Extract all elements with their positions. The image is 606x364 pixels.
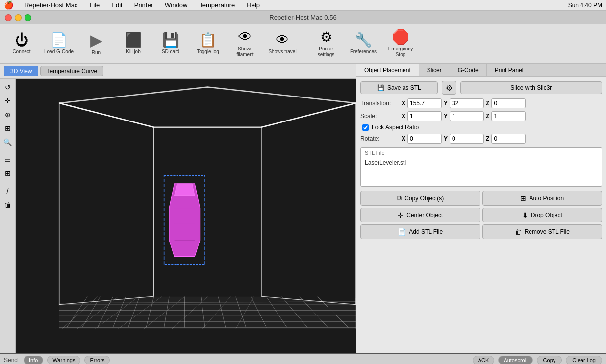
send-label: Send xyxy=(4,357,18,364)
add-file-icon: 📄 xyxy=(398,228,406,236)
drop-icon: ⬇ xyxy=(522,211,528,219)
add-stl-button[interactable]: 📄 Add STL File xyxy=(360,224,480,239)
copy-objects-label: Copy Object(s) xyxy=(404,195,444,202)
frame-tool[interactable]: ▭ xyxy=(1,153,14,166)
stl-file-value: LaserLeveler.stl xyxy=(365,159,598,166)
preferences-button[interactable]: 🔧 Preferences xyxy=(346,26,381,62)
delete-tool[interactable]: 🗑 xyxy=(1,198,14,211)
tab-g-code[interactable]: G-Code xyxy=(450,64,487,76)
log-icon: 📋 xyxy=(200,33,217,47)
run-button[interactable]: ▶ Run xyxy=(78,26,114,62)
printer-settings-label: Printer settings xyxy=(310,46,342,58)
menu-edit[interactable]: Edit xyxy=(108,1,125,9)
log-tab-errors[interactable]: Errors xyxy=(84,356,110,364)
rotate-z-label: Z xyxy=(486,135,489,142)
log-tab-warnings[interactable]: Warnings xyxy=(47,356,80,364)
stop-icon: ⬛ xyxy=(125,33,142,47)
tab-temperature-curve[interactable]: Temperature Curve xyxy=(40,66,103,76)
translation-x-input[interactable] xyxy=(407,98,442,108)
scale-z-input[interactable] xyxy=(491,111,526,121)
printer-settings-button[interactable]: ⚙ Printer settings xyxy=(308,26,344,62)
slice-button[interactable]: Slice with Slic3r xyxy=(460,81,602,94)
maximize-button[interactable] xyxy=(25,14,31,21)
auto-position-button[interactable]: ⊞ Auto Position xyxy=(482,191,603,206)
log-tab-info[interactable]: Info xyxy=(24,356,43,364)
toolbar-separator xyxy=(304,29,304,59)
translation-row: Translation: X Y Z xyxy=(360,98,602,108)
connect-button[interactable]: ⏻ Connect xyxy=(4,26,39,62)
save-stl-button[interactable]: 💾 Save as STL xyxy=(360,81,438,94)
lock-aspect-label: Lock Aspect Ratio xyxy=(372,124,419,131)
rotate-fields: X Y Z xyxy=(402,134,602,144)
shows-filament-button[interactable]: 👁 Shows filament xyxy=(227,26,263,62)
load-gcode-label: Load G-Code xyxy=(44,49,74,55)
shows-travel-button[interactable]: 👁 Shows travel xyxy=(265,26,300,62)
stl-file-header: STL File xyxy=(365,150,598,157)
tab-slicer[interactable]: Slicer xyxy=(419,64,450,76)
menu-file[interactable]: File xyxy=(86,1,102,9)
scale-x-input[interactable] xyxy=(407,111,442,121)
menu-temperature[interactable]: Temperature xyxy=(196,1,238,9)
move-all-tool[interactable]: ✛ xyxy=(1,95,14,107)
sd-card-icon: 💾 xyxy=(162,33,179,47)
play-icon: ▶ xyxy=(90,32,102,48)
copy-log-button[interactable]: Copy xyxy=(537,356,562,364)
copy-objects-button[interactable]: ⧉ Copy Object(s) xyxy=(360,191,480,206)
scale-x-label: X xyxy=(402,113,405,120)
scale-row: Scale: X Y Z xyxy=(360,111,602,121)
eye-icon: 👁 xyxy=(238,30,252,44)
power-icon: ⏻ xyxy=(15,33,28,47)
transform-tool[interactable]: ⊞ xyxy=(1,122,14,135)
drop-object-button[interactable]: ⬇ Drop Object xyxy=(482,208,603,222)
viewport-area: ↺ ✛ ⊕ ⊞ 🔍 ▭ ⊞ / 🗑 xyxy=(0,79,356,353)
auto-position-label: Auto Position xyxy=(529,195,564,202)
window-controls xyxy=(5,14,31,21)
tab-3d-view[interactable]: 3D View xyxy=(4,66,38,76)
toggle-log-button[interactable]: 📋 Toggle log xyxy=(190,26,226,62)
close-button[interactable] xyxy=(5,14,12,21)
z-axis-label: Z xyxy=(486,100,489,107)
center-object-button[interactable]: ✛ Center Object xyxy=(360,208,480,222)
autoscroll-button[interactable]: Autoscroll xyxy=(498,356,532,364)
menu-help[interactable]: Help xyxy=(244,1,263,9)
toggle-log-label: Toggle log xyxy=(197,49,219,55)
rotate-y-label: Y xyxy=(444,135,448,142)
lock-aspect-row: Lock Aspect Ratio xyxy=(360,124,602,131)
apple-menu[interactable]: 🍎 xyxy=(4,0,14,10)
menu-printer[interactable]: Printer xyxy=(131,1,156,9)
menu-repetier[interactable]: Repetier-Host Mac xyxy=(22,1,80,9)
kill-job-button[interactable]: ⬛ Kill job xyxy=(116,26,151,62)
rotate-y-input[interactable] xyxy=(450,134,484,144)
rotate-x-input[interactable] xyxy=(407,134,442,144)
sd-card-button[interactable]: 💾 SD card xyxy=(153,26,188,62)
rotate-tool[interactable]: ↺ xyxy=(1,81,14,94)
load-gcode-button[interactable]: 📄 Load G-Code xyxy=(41,26,76,62)
remove-stl-label: Remove STL File xyxy=(525,228,570,235)
pan-tool[interactable]: ⊕ xyxy=(1,108,14,121)
rotate-z-input[interactable] xyxy=(491,134,526,144)
slicer-settings-button[interactable]: ⚙ xyxy=(442,81,456,95)
grid-tool[interactable]: ⊞ xyxy=(1,167,14,180)
menu-window[interactable]: Window xyxy=(162,1,190,9)
lock-aspect-checkbox[interactable] xyxy=(362,124,369,131)
translation-z-input[interactable] xyxy=(491,98,526,108)
scale-y-input[interactable] xyxy=(450,111,484,121)
settings-gear-icon: ⚙ xyxy=(320,30,332,44)
tab-print-panel[interactable]: Print Panel xyxy=(487,64,532,76)
toolbar: ⏻ Connect 📄 Load G-Code ▶ Run ⬛ Kill job… xyxy=(0,24,606,64)
grid-icon: ⊞ xyxy=(520,194,526,202)
emergency-stop-button[interactable]: 🛑 Emergency Stop xyxy=(383,26,418,62)
kill-job-label: Kill job xyxy=(126,49,140,55)
left-panel: 3D View Temperature Curve ↺ ✛ ⊕ ⊞ 🔍 ▭ ⊞ … xyxy=(0,64,356,353)
zoom-in-tool[interactable]: 🔍 xyxy=(1,136,14,148)
translation-y-input[interactable] xyxy=(450,98,484,108)
tab-object-placement[interactable]: Object Placement xyxy=(356,64,419,76)
remove-stl-button[interactable]: 🗑 Remove STL File xyxy=(482,224,603,239)
ack-button[interactable]: ACK xyxy=(473,356,495,364)
edit-tool[interactable]: / xyxy=(1,185,14,197)
3d-canvas[interactable] xyxy=(16,79,356,353)
minimize-button[interactable] xyxy=(15,14,22,21)
scale-label: Scale: xyxy=(360,113,400,120)
clear-log-button[interactable]: Clear Log xyxy=(566,356,602,364)
translation-fields: X Y Z xyxy=(402,98,602,108)
